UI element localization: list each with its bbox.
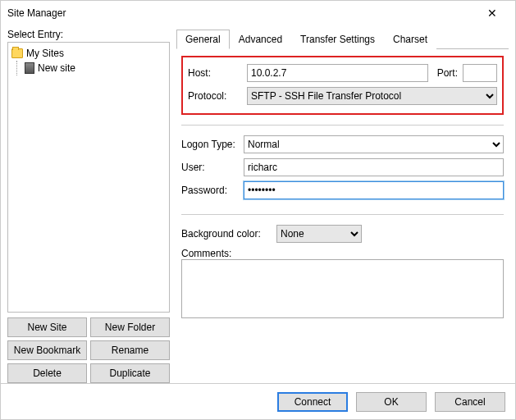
general-panel: Host: Port: Protocol: SFTP - SSH File Tr…: [176, 49, 509, 383]
tab-bar: General Advanced Transfer Settings Chars…: [176, 29, 509, 49]
left-pane: Select Entry: My Sites New site New Site…: [7, 29, 170, 383]
tree-item-label: New site: [38, 62, 75, 74]
logon-group: Logon Type: Normal User: Password:: [181, 135, 504, 204]
tab-general[interactable]: General: [176, 30, 230, 49]
user-input[interactable]: [244, 158, 504, 176]
window-title: Site Manager: [7, 7, 66, 19]
port-label: Port:: [433, 67, 458, 79]
protocol-select[interactable]: SFTP - SSH File Transfer Protocol: [247, 87, 497, 105]
select-entry-label: Select Entry:: [7, 29, 170, 40]
password-input[interactable]: [244, 181, 504, 199]
folder-icon: [11, 48, 23, 58]
port-input[interactable]: [463, 64, 497, 82]
tree-root-label: My Sites: [26, 48, 64, 59]
titlebar: Site Manager ✕: [1, 1, 515, 25]
tab-advanced[interactable]: Advanced: [230, 30, 291, 49]
comments-textarea[interactable]: [181, 259, 504, 318]
connection-group: Host: Port: Protocol: SFTP - SSH File Tr…: [181, 56, 504, 115]
new-bookmark-button[interactable]: New Bookmark: [7, 340, 87, 360]
new-folder-button[interactable]: New Folder: [90, 317, 170, 337]
user-label: User:: [181, 162, 239, 173]
host-label: Host:: [188, 67, 242, 79]
misc-group: Background color: None Comments:: [181, 225, 504, 321]
cancel-button[interactable]: Cancel: [435, 392, 505, 412]
right-pane: General Advanced Transfer Settings Chars…: [176, 29, 509, 383]
site-icon: [25, 62, 34, 74]
password-label: Password:: [181, 185, 239, 196]
background-color-label: Background color:: [181, 228, 272, 240]
content: Select Entry: My Sites New site New Site…: [1, 25, 515, 419]
dialog-footer: Connect OK Cancel: [1, 383, 515, 419]
delete-button[interactable]: Delete: [7, 363, 87, 383]
separator-2: [181, 214, 504, 215]
comments-label: Comments:: [181, 248, 504, 259]
tab-charset[interactable]: Charset: [384, 30, 436, 49]
logon-type-select[interactable]: Normal: [244, 135, 504, 153]
entry-tree[interactable]: My Sites New site: [7, 42, 170, 313]
separator: [181, 125, 504, 126]
host-input[interactable]: [247, 64, 428, 82]
background-color-select[interactable]: None: [276, 225, 362, 243]
protocol-label: Protocol:: [188, 90, 242, 102]
connect-button[interactable]: Connect: [277, 392, 348, 412]
tree-root[interactable]: My Sites: [10, 46, 167, 61]
ok-button[interactable]: OK: [356, 392, 427, 412]
close-icon[interactable]: ✕: [476, 7, 509, 20]
new-site-button[interactable]: New Site: [7, 317, 87, 337]
duplicate-button[interactable]: Duplicate: [90, 363, 170, 383]
rename-button[interactable]: Rename: [90, 340, 170, 360]
tree-item[interactable]: New site: [10, 61, 167, 75]
tab-transfer-settings[interactable]: Transfer Settings: [291, 30, 384, 49]
site-manager-window: Site Manager ✕ Select Entry: My Sites Ne…: [0, 0, 516, 420]
logon-type-label: Logon Type:: [181, 139, 239, 150]
